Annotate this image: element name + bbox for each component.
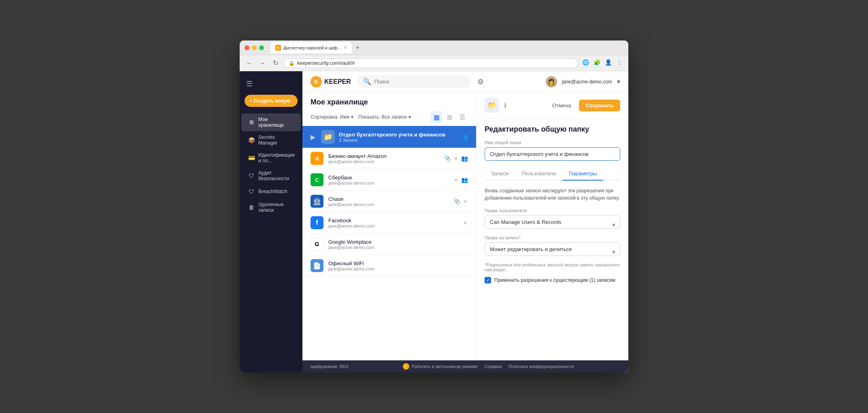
sidebar-item-breachwatch[interactable]: 🛡 BreachWatch [241,185,301,198]
record-item[interactable]: С Сбербанк jane@acme-demo.com ★ 👥 [302,169,476,191]
tab-users[interactable]: Пользователи [515,167,562,181]
help-link[interactable]: Справка [484,364,502,369]
back-btn[interactable]: ← [245,60,254,67]
user-menu-chevron[interactable]: ▾ [617,78,620,85]
create-new-btn[interactable]: + Создать новую [245,95,298,107]
apply-permissions-checkbox[interactable] [485,277,491,283]
record-info: Chase jane@acme-demo.com [328,196,449,207]
record-permissions-wrap: Права на запись* Может редактировать и д… [485,235,620,256]
save-btn[interactable]: Сохранить [579,100,620,111]
detail-folder-icon: 📁 [485,98,499,113]
record-item[interactable]: a Бизнес-аккаунт Amazon jane@acme-demo.c… [302,148,476,169]
sidebar-item-deleted[interactable]: 🗑 Удаленные записи [241,198,301,216]
forward-btn[interactable]: → [257,60,267,67]
info-icon[interactable]: ℹ [504,102,506,109]
security-audit-icon: 🛡 [248,172,255,179]
hamburger-btn[interactable]: ☰ [240,76,302,92]
deleted-icon: 🗑 [248,204,255,211]
record-favicon: 📄 [311,259,323,272]
close-window-btn[interactable] [245,45,249,50]
cancel-btn[interactable]: Отмена [547,100,576,111]
folder-item[interactable]: ▶ 📁 Отдел бухгалтерского учета и финансо… [302,126,476,148]
vault-panel: Мое хранилище Сортировка: Имя ▾ Показать… [302,92,477,360]
filter-chevron-icon: ▾ [408,114,411,120]
star-icon[interactable]: ★ [463,219,468,226]
share-icon[interactable]: 👥 [461,155,468,162]
main-area: K KEEPER 🔍 ⚙ 👩 jane@acme-demo.com ▾ [302,71,628,373]
my-vault-icon: ⚙ [248,119,255,126]
app-header: K KEEPER 🔍 ⚙ 👩 jane@acme-demo.com ▾ [302,71,628,92]
record-email: jane@acme-demo.com [328,181,449,185]
tab-close-btn[interactable]: ✕ [344,45,347,50]
attach-icon[interactable]: 📎 [444,155,451,162]
star-icon[interactable]: ★ [453,177,459,183]
record-email: jane@acme-demo.com [328,266,463,271]
reload-btn[interactable]: ↻ [270,59,280,67]
offline-icon: ⚡ [403,363,409,370]
profile-icon[interactable]: 👤 [604,59,612,67]
attach-icon[interactable]: 📎 [453,198,460,204]
record-permissions-select[interactable]: Может редактировать и делиться [485,243,620,256]
record-email: jane@acme-demo.com [328,245,463,250]
address-bar[interactable]: 🔒 keepersecurity.com/vault/# [283,58,578,68]
folder-name-input[interactable] [485,147,620,161]
record-item[interactable]: f Facebook jane@acme-demo.com ★ [302,212,476,234]
search-input[interactable] [374,79,465,85]
extension-icon[interactable]: 🌐 [581,59,589,67]
record-permissions-label: Права на запись* [485,235,620,240]
tab-records[interactable]: Записи [485,167,515,181]
vault-title: Мое хранилище [311,98,468,106]
sidebar-label-breachwatch: BreachWatch [258,189,287,194]
folder-share-icon[interactable]: 👥 [460,133,468,141]
record-item[interactable]: 🏦 Chase jane@acme-demo.com 📎 ★ [302,191,476,212]
filter-icon[interactable]: ⚙ [477,77,484,86]
search-bar[interactable]: 🔍 [357,75,471,88]
sidebar-label-deleted: Удаленные записи [258,202,294,213]
fullscreen-window-btn[interactable] [259,45,264,50]
detail-actions: Отмена Сохранить [547,100,620,111]
tab-settings[interactable]: Параметры [562,167,603,181]
record-actions: 📎 ★ 👥 [444,155,468,162]
sidebar-item-secrets-manager[interactable]: 📦 Secrets Manager [241,131,301,149]
app-footer: шифрование: ВКЛ ⚡ Работать в автономном … [302,360,628,373]
share-icon[interactable]: 👥 [461,177,468,183]
record-email: jane@acme-demo.com [328,202,449,207]
apply-permissions-row[interactable]: Применить разрешения к существующим (1) … [485,277,620,283]
record-info: Facebook jane@acme-demo.com [328,217,458,228]
extensions-btn[interactable]: 🧩 [593,59,601,67]
privacy-link[interactable]: Политика конфиденциальности [508,364,574,369]
record-favicon: G [311,238,323,251]
grid-view-btn[interactable]: ⊞ [444,111,455,123]
record-item[interactable]: G Google Workplace jane@acme-demo.com [302,234,476,255]
tab-bar: K Диспетчер паролей и циф... ✕ + [270,42,623,53]
list-view-btn[interactable]: ▦ [431,111,442,123]
folder-count: 3 Записи [339,138,456,143]
record-name: Chase [328,196,449,202]
record-name: Бизнес-аккаунт Amazon [328,153,439,159]
browser-tab[interactable]: K Диспетчер паролей и циф... ✕ [270,42,352,53]
new-tab-btn[interactable]: + [353,44,362,51]
offline-label[interactable]: Работать в автономном режиме [412,364,478,369]
minimize-window-btn[interactable] [252,45,257,50]
keeper-logo-text: KEEPER [324,78,351,85]
star-icon[interactable]: ★ [453,155,459,162]
sidebar: ☰ + Создать новую ⚙ Мое хранилище 📦 Secr… [240,71,302,373]
menu-btn[interactable]: ⋮ [615,59,623,67]
sidebar-label-my-vault: Мое хранилище [258,117,294,128]
user-permissions-select[interactable]: Can Manage Users & Records [485,215,620,229]
filter-btn[interactable]: Показать: Все записи ▾ [358,114,411,120]
sidebar-item-security-audit[interactable]: 🛡 Аудит безопасности [241,167,301,185]
sidebar-item-my-vault[interactable]: ⚙ Мое хранилище [241,113,301,131]
user-permissions-wrap: Права пользователя Can Manage Users & Re… [485,208,620,229]
record-actions: ★ 👥 [453,177,468,183]
sidebar-item-identity[interactable]: 💳 Идентификация и пл... [241,149,301,167]
compact-view-btn[interactable]: ☰ [457,111,468,123]
folder-expand-icon[interactable]: ▶ [311,133,315,141]
record-info: Бизнес-аккаунт Amazon jane@acme-demo.com [328,153,439,164]
record-list: a Бизнес-аккаунт Amazon jane@acme-demo.c… [302,148,476,360]
record-favicon: 🏦 [311,195,323,208]
record-favicon: С [311,173,323,186]
sort-btn[interactable]: Сортировка: Имя ▾ [311,114,353,120]
star-icon[interactable]: ★ [463,198,468,204]
record-item[interactable]: 📄 Офисный WiFi jane@acme-demo.com [302,255,476,277]
